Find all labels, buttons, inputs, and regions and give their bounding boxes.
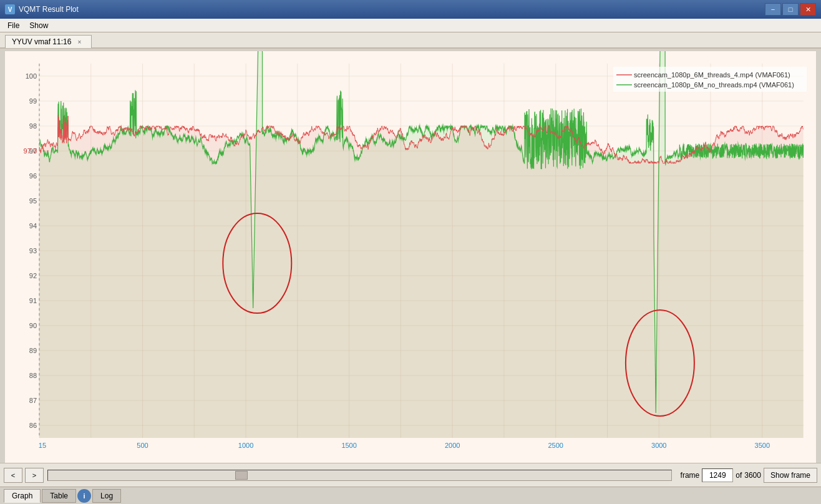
bottom-toolbar: < > frame of 3600 Show frame [0,463,821,487]
next-button[interactable]: > [25,468,44,483]
minimize-button[interactable]: − [765,3,781,16]
info-button[interactable]: i [77,489,91,503]
window-title: VQMT Result Plot [19,5,79,14]
maximize-button[interactable]: □ [782,3,799,16]
menu-bar: File Show [0,19,821,32]
menu-show[interactable]: Show [24,20,53,31]
tab-graph[interactable]: Graph [4,489,41,503]
tab-label: YYUV vmaf 11:16 [12,37,71,46]
scrollbar-track[interactable] [47,470,672,481]
chart-wrapper: YYUV vmaf [5,51,816,463]
chart-canvas [5,51,816,463]
window-controls: − □ ✕ [765,3,816,16]
bottom-tabs-bar: Graph Table i Log [0,487,821,504]
scrollbar-thumb[interactable] [235,471,248,480]
title-bar: V VQMT Result Plot − □ ✕ [0,0,821,19]
tab-table[interactable]: Table [42,489,76,503]
of-label: of [736,471,742,480]
frame-input[interactable] [702,468,733,482]
close-button[interactable]: ✕ [800,3,816,16]
tab-close-btn[interactable]: × [75,37,84,46]
show-frame-button[interactable]: Show frame [764,468,817,483]
total-frames: 3600 [744,471,761,480]
frame-label: frame [681,471,700,480]
menu-file[interactable]: File [2,20,24,31]
tab-log[interactable]: Log [92,489,121,503]
tab-yyuv-vmaf[interactable]: YYUV vmaf 11:16 × [5,35,92,48]
tab-bar: YYUV vmaf 11:16 × [0,32,821,49]
app-icon: V [5,4,15,14]
prev-button[interactable]: < [4,468,22,483]
